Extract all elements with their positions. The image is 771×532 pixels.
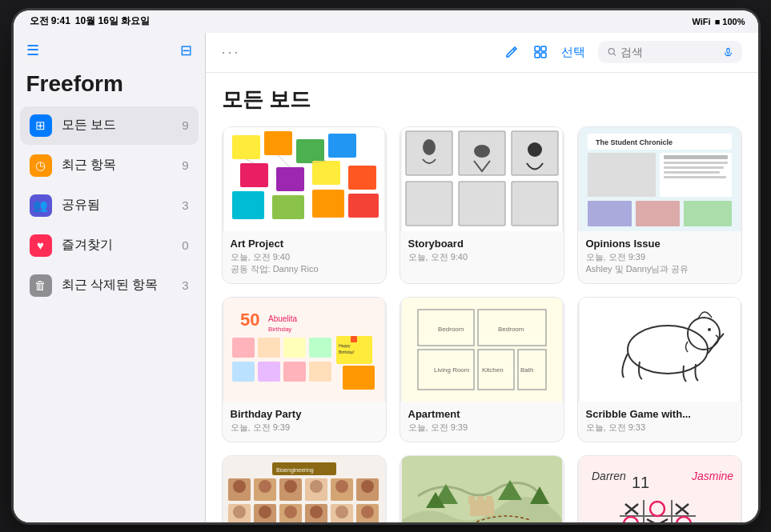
map-preview — [400, 456, 564, 522]
svg-text:Birthday!: Birthday! — [339, 350, 355, 354]
svg-rect-44 — [636, 201, 680, 226]
sidebar-item-favorites[interactable]: ♥ 즐겨찾기 0 — [20, 226, 199, 265]
recent-icon: ◷ — [30, 154, 52, 177]
board-card-birthday[interactable]: 50 Abuelita Birthday — [222, 297, 387, 442]
svg-rect-55 — [258, 362, 280, 382]
apartment-preview: Bedroom Bedroom Living Room Kitchen Bath — [400, 298, 564, 402]
more-options-icon[interactable]: ··· — [222, 44, 241, 61]
board-name-art-project: Art Project — [231, 238, 378, 250]
search-input[interactable] — [620, 46, 718, 58]
favorites-icon: ♥ — [30, 234, 52, 257]
board-thumbnail-ttt: Darren Jasmine 11 — [578, 456, 741, 522]
board-thumbnail-opinions: The Student Chronicle — [578, 127, 741, 231]
shared-count: 3 — [182, 198, 188, 212]
svg-text:50: 50 — [240, 310, 259, 330]
svg-rect-16 — [232, 191, 264, 219]
svg-text:Bioengineering: Bioengineering — [276, 467, 314, 474]
grid-icon — [532, 44, 548, 60]
svg-text:The Student Chronicle: The Student Chronicle — [596, 138, 673, 146]
board-card-storyboard[interactable]: Storyboard 오늘, 오전 9:40 — [400, 126, 564, 284]
svg-rect-12 — [240, 163, 268, 187]
sidebar-items: ⊞ 모든 보드 9 ◷ 최근 항목 9 👥 공유됨 3 ♥ 즐겨찾기 — [14, 106, 205, 306]
svg-rect-56 — [283, 362, 306, 382]
sidebar-item-trash[interactable]: 🗑 최근 삭제된 항목 3 — [20, 266, 199, 305]
mic-icon[interactable] — [724, 46, 733, 58]
svg-rect-15 — [348, 166, 376, 190]
page-title: 모든 보드 — [222, 86, 742, 114]
trash-count: 3 — [182, 278, 188, 292]
sidebar-item-all-boards[interactable]: ⊞ 모든 보드 9 — [20, 106, 199, 145]
board-date-apartment: 오늘, 오전 9:39 — [408, 422, 556, 434]
main-area: ··· — [206, 33, 758, 522]
board-card-ttt[interactable]: Darren Jasmine 11 — [577, 455, 742, 522]
new-board-button[interactable] — [504, 44, 520, 60]
ipad-frame: 오전 9:41 10월 16일 화요일 WiFi ■ 100% ☰ ⊟ Free… — [14, 10, 758, 522]
svg-point-90 — [335, 480, 348, 493]
svg-rect-51 — [258, 338, 280, 358]
board-thumbnail-scribble — [578, 298, 741, 402]
board-card-apartment[interactable]: Bedroom Bedroom Living Room Kitchen Bath — [400, 297, 564, 442]
svg-rect-122 — [580, 456, 740, 522]
board-card-scribble[interactable]: Scribble Game with... 오늘, 오전 9:33 — [577, 297, 742, 442]
archive-icon[interactable]: ⊟ — [180, 42, 192, 59]
grid-view-button[interactable] — [532, 44, 548, 60]
svg-rect-11 — [328, 134, 356, 158]
board-date-scribble: 오늘, 오전 9:33 — [586, 422, 733, 434]
svg-rect-41 — [664, 171, 720, 174]
svg-point-84 — [259, 480, 271, 493]
svg-point-86 — [284, 480, 297, 493]
select-button[interactable]: 선택 — [561, 45, 585, 60]
board-card-map[interactable]: Adventure Map 오늘, 오전 9:33 — [400, 455, 564, 522]
svg-rect-38 — [664, 155, 728, 159]
svg-point-98 — [284, 506, 297, 518]
svg-rect-17 — [272, 195, 304, 219]
board-card-opinions[interactable]: The Student Chronicle — [577, 126, 742, 284]
svg-rect-119 — [468, 496, 475, 504]
board-thumbnail-map — [400, 456, 564, 522]
svg-text:Kitchen: Kitchen — [482, 366, 504, 374]
svg-rect-121 — [486, 496, 492, 504]
svg-rect-45 — [684, 201, 732, 226]
board-extra-art-project: 공동 작업: Danny Rico — [231, 263, 378, 275]
sidebar-toolbar: ☰ ⊟ — [14, 33, 205, 68]
board-name-opinions: Opinions Issue — [586, 238, 733, 250]
search-icon — [608, 46, 616, 58]
board-name-storyboard: Storyboard — [408, 238, 556, 250]
board-info-art-project: Art Project 오늘, 오전 9:40 공동 작업: Danny Ric… — [223, 231, 386, 283]
sidebar-item-recent[interactable]: ◷ 최근 항목 9 — [20, 146, 199, 185]
board-date-opinions: 오늘, 오전 9:39 — [586, 251, 733, 263]
svg-rect-74 — [580, 298, 740, 402]
svg-rect-52 — [283, 338, 306, 358]
recent-label: 최근 항목 — [62, 157, 173, 174]
svg-text:Birthday: Birthday — [268, 326, 291, 333]
board-info-apartment: Apartment 오늘, 오전 9:39 — [400, 402, 564, 442]
main-toolbar: ··· — [206, 33, 758, 73]
board-card-art-project[interactable]: Art Project 오늘, 오전 9:40 공동 작업: Danny Ric… — [222, 126, 387, 284]
svg-point-31 — [474, 145, 490, 158]
all-boards-label: 모든 보드 — [62, 117, 173, 134]
svg-rect-39 — [664, 162, 728, 164]
storyboard-preview — [400, 127, 564, 231]
svg-rect-2 — [535, 53, 540, 58]
main-content: 모든 보드 — [206, 73, 758, 522]
svg-rect-40 — [664, 166, 724, 169]
status-bar: 오전 9:41 10월 16일 화요일 WiFi ■ 100% — [14, 10, 758, 33]
shared-icon: 👥 — [30, 194, 52, 217]
svg-point-104 — [361, 506, 374, 518]
search-bar[interactable] — [598, 41, 742, 63]
art-project-preview — [223, 127, 386, 231]
svg-rect-13 — [276, 167, 304, 191]
board-name-apartment: Apartment — [408, 408, 556, 420]
board-extra-opinions: Ashley 및 Danny님과 공유 — [586, 263, 733, 275]
board-date-storyboard: 오늘, 오전 9:40 — [408, 251, 556, 263]
svg-point-77 — [708, 328, 711, 331]
sidebar-toggle-icon[interactable]: ☰ — [26, 42, 39, 59]
svg-point-82 — [233, 480, 246, 493]
sidebar-item-shared[interactable]: 👥 공유됨 3 — [20, 186, 199, 225]
svg-point-100 — [310, 506, 323, 518]
svg-text:Living Room: Living Room — [434, 366, 470, 374]
svg-rect-1 — [541, 46, 546, 51]
board-thumbnail-storyboard — [400, 127, 564, 231]
board-thumbnail-bio: Bioengineering — [223, 456, 386, 522]
board-card-bio[interactable]: Bioengineering — [222, 455, 387, 522]
